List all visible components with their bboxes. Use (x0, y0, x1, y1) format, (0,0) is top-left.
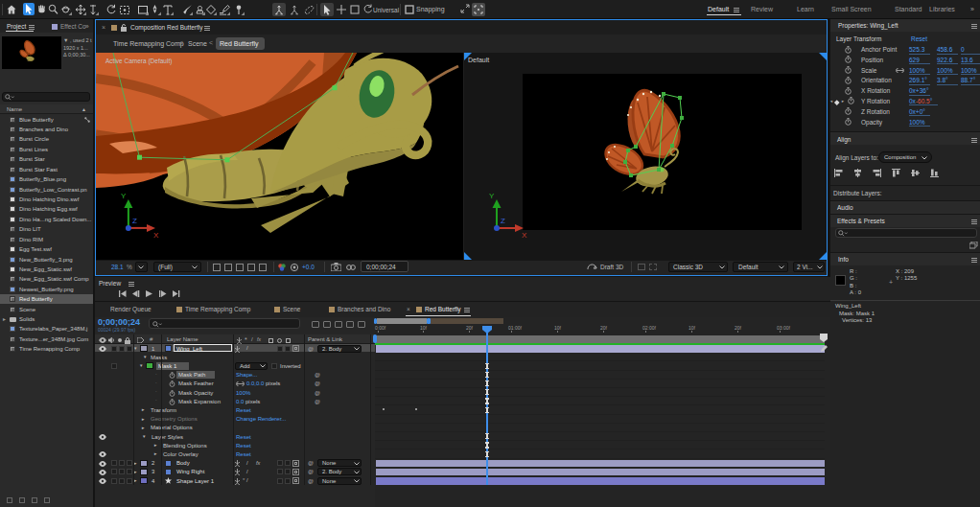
svg-text:X: X (153, 231, 159, 240)
svg-text:Z: Z (132, 217, 137, 225)
svg-text:Y: Y (121, 192, 127, 200)
svg-text:X: X (522, 231, 527, 240)
svg-text:Y: Y (489, 192, 495, 200)
svg-text:Z: Z (501, 217, 505, 225)
svg-text:Default: Default (468, 57, 489, 63)
svg-text:Active Camera (Default): Active Camera (Default) (105, 58, 172, 65)
